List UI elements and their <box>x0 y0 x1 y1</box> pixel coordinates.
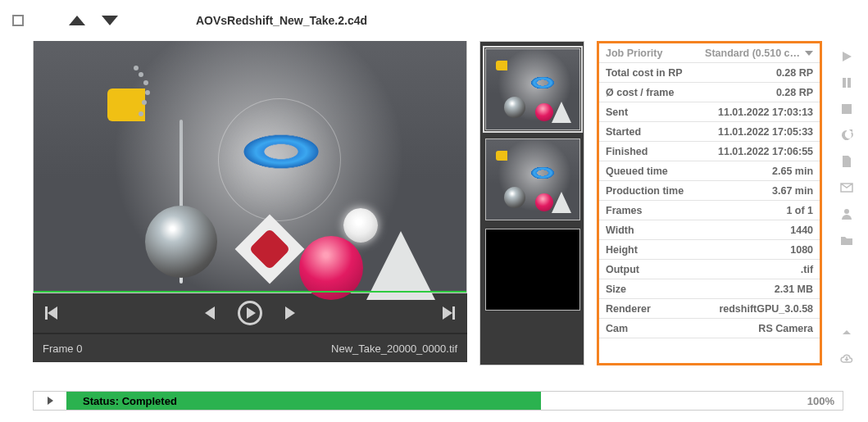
thumbnail-3[interactable] <box>485 229 580 311</box>
detail-value: 11.01.2022 17:06:55 <box>693 142 820 161</box>
detail-row: RendererredshiftGPU_3.0.58 <box>599 299 820 319</box>
chevron-down-icon <box>805 51 813 56</box>
detail-key: Started <box>599 122 693 142</box>
thumbnail-1[interactable] <box>485 48 580 130</box>
play-icon[interactable] <box>839 49 854 64</box>
folder-icon[interactable] <box>839 233 854 247</box>
mail-icon[interactable] <box>839 180 854 195</box>
job-priority-row[interactable]: Job Priority Standard (0.510 c… <box>599 43 820 63</box>
detail-key: Total cost in RP <box>599 63 693 83</box>
job-priority-value: Standard (0.510 c… <box>705 48 800 59</box>
detail-key: Width <box>599 220 693 240</box>
job-priority-label: Job Priority <box>599 43 693 63</box>
refresh-icon[interactable] <box>839 128 854 143</box>
skip-start-button[interactable] <box>45 306 57 320</box>
detail-value: 1080 <box>693 240 820 260</box>
status-bar: Status: Completed 100% <box>33 391 843 411</box>
detail-row: Output.tif <box>599 260 820 279</box>
detail-row: CamRS Camera <box>599 319 820 338</box>
preview-image <box>33 41 467 293</box>
frame-label: Frame 0 <box>43 343 82 355</box>
detail-row: Size2.31 MB <box>599 279 820 299</box>
detail-key: Ø cost / frame <box>599 83 693 102</box>
detail-row: Finished11.01.2022 17:06:55 <box>599 142 820 161</box>
detail-row: Total cost in RP0.28 RP <box>599 63 820 83</box>
play-button[interactable] <box>238 301 262 325</box>
detail-key: Finished <box>599 142 693 161</box>
detail-key: Queued time <box>599 161 693 181</box>
frame-info: Frame 0 New_Take_20000_0000.tif <box>33 333 467 362</box>
detail-key: Sent <box>599 102 693 122</box>
file-icon[interactable] <box>839 154 854 169</box>
chevron-up-icon[interactable] <box>839 324 854 339</box>
move-up-icon[interactable] <box>69 16 85 25</box>
prev-frame-button[interactable] <box>205 306 215 320</box>
pause-icon[interactable] <box>839 75 854 90</box>
detail-value: 2.31 MB <box>693 279 820 299</box>
skip-end-button[interactable] <box>443 306 455 320</box>
thumbnail-column <box>479 41 584 365</box>
svg-rect-2 <box>842 104 852 114</box>
status-text: Status: Completed <box>66 392 541 410</box>
output-filename: New_Take_20000_0000.tif <box>331 343 457 355</box>
detail-value: 3.67 min <box>693 181 820 201</box>
detail-value: redshiftGPU_3.0.58 <box>693 299 820 319</box>
top-bar: AOVsRedshift_New_Take.2.c4d <box>0 0 868 41</box>
detail-key: Height <box>599 240 693 260</box>
detail-key: Size <box>599 279 693 299</box>
svg-rect-0 <box>843 78 846 88</box>
detail-row: Ø cost / frame0.28 RP <box>599 83 820 102</box>
status-percent: 100% <box>785 395 843 407</box>
side-toolbar <box>834 41 858 365</box>
stop-icon[interactable] <box>839 102 854 116</box>
detail-key: Output <box>599 260 693 279</box>
next-frame-button[interactable] <box>285 306 295 320</box>
svg-rect-1 <box>848 78 851 88</box>
detail-value: RS Camera <box>693 319 820 338</box>
job-details-panel: Job Priority Standard (0.510 c… Total co… <box>597 41 822 365</box>
detail-value: 1 of 1 <box>693 201 820 220</box>
detail-key: Frames <box>599 201 693 220</box>
detail-value: 1440 <box>693 220 820 240</box>
preview-column: Frame 0 New_Take_20000_0000.tif <box>33 41 467 365</box>
detail-value: 2.65 min <box>693 161 820 181</box>
detail-row: Production time3.67 min <box>599 181 820 201</box>
detail-row: Height1080 <box>599 240 820 260</box>
detail-row: Started11.01.2022 17:05:33 <box>599 122 820 142</box>
detail-row: Queued time2.65 min <box>599 161 820 181</box>
select-checkbox[interactable] <box>12 15 24 26</box>
detail-value: .tif <box>693 260 820 279</box>
detail-key: Production time <box>599 181 693 201</box>
detail-key: Cam <box>599 319 693 338</box>
file-title: AOVsRedshift_New_Take.2.c4d <box>196 14 367 27</box>
detail-row: Frames1 of 1 <box>599 201 820 220</box>
detail-value: 11.01.2022 17:05:33 <box>693 122 820 142</box>
detail-key: Renderer <box>599 299 693 319</box>
detail-value: 0.28 RP <box>693 83 820 102</box>
cloud-download-icon[interactable] <box>839 351 854 365</box>
detail-row: Width1440 <box>599 220 820 240</box>
svg-point-3 <box>844 209 849 214</box>
move-down-icon[interactable] <box>102 16 118 25</box>
detail-row: Sent11.01.2022 17:03:13 <box>599 102 820 122</box>
thumbnail-2[interactable] <box>485 138 580 220</box>
expand-status-button[interactable] <box>34 397 66 405</box>
detail-value: 0.28 RP <box>693 63 820 83</box>
detail-value: 11.01.2022 17:03:13 <box>693 102 820 122</box>
user-icon[interactable] <box>839 206 854 221</box>
